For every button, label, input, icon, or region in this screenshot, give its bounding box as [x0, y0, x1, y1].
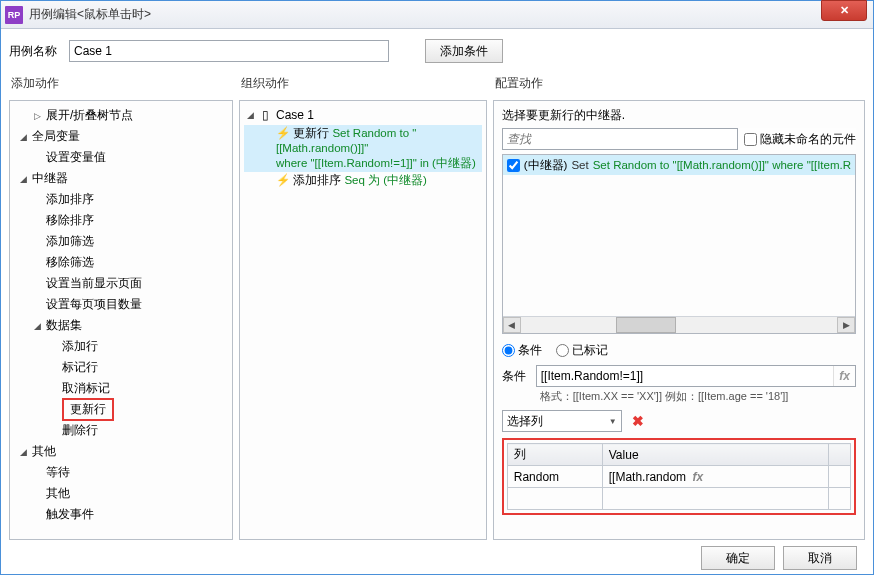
titlebar: RP 用例编辑<鼠标单击时>: [1, 1, 873, 29]
action-add-sort[interactable]: ⚡ 添加排序 Seq 为 (中继器): [244, 172, 482, 189]
tree-item[interactable]: 添加行: [10, 336, 232, 357]
case-label: Case 1: [276, 108, 314, 122]
tree-item[interactable]: 更新行: [10, 399, 232, 420]
tree-item[interactable]: 设置当前显示页面: [10, 273, 232, 294]
table-cell-column[interactable]: Random: [507, 466, 602, 488]
radio-condition[interactable]: 条件: [502, 342, 542, 359]
tree-item[interactable]: 设置变量值: [10, 147, 232, 168]
tree-item-label: 取消标记: [62, 380, 110, 397]
columns-table: 列 Value Random [[Math.random fx: [502, 438, 856, 515]
lightning-icon: ⚡: [276, 174, 290, 186]
case-name-label: 用例名称: [9, 43, 61, 60]
tree-item-label: 触发事件: [46, 506, 94, 523]
tree-twisty-icon: ◢: [16, 132, 30, 142]
tree-item[interactable]: ◢其他: [10, 441, 232, 462]
tree-item-label: 中继器: [32, 170, 68, 187]
tree-item[interactable]: ◢中继器: [10, 168, 232, 189]
repeater-item-checkbox[interactable]: [507, 159, 520, 172]
tree-item[interactable]: 取消标记: [10, 378, 232, 399]
table-header-empty: [829, 444, 851, 466]
hide-unnamed-checkbox[interactable]: 隐藏未命名的元件: [744, 131, 856, 148]
left-column-header: 添加动作: [9, 75, 233, 96]
tree-item-label: 添加筛选: [46, 233, 94, 250]
repeater-list-item[interactable]: (中继器) Set Set Random to "[[Math.random()…: [503, 155, 855, 175]
tree-twisty-icon: ◢: [16, 447, 30, 457]
radio-marked[interactable]: 已标记: [556, 342, 608, 359]
tree-item[interactable]: ▷展开/折叠树节点: [10, 105, 232, 126]
select-column-dropdown[interactable]: 选择列 ▼: [502, 410, 622, 432]
tree-item-label: 展开/折叠树节点: [46, 107, 133, 124]
actions-tree-panel: ▷展开/折叠树节点◢全局变量设置变量值◢中继器添加排序移除排序添加筛选移除筛选设…: [9, 100, 233, 540]
table-cell-value[interactable]: [[Math.random fx: [602, 466, 828, 488]
tree-item[interactable]: ◢全局变量: [10, 126, 232, 147]
scroll-left-icon[interactable]: ◀: [503, 317, 521, 333]
tree-item[interactable]: 删除行: [10, 420, 232, 441]
add-condition-button[interactable]: 添加条件: [425, 39, 503, 63]
case-actions-panel: ◢ ▯ Case 1 ⚡ 更新行 Set Random to "[[Math.r…: [239, 100, 487, 540]
tree-item-label: 标记行: [62, 359, 98, 376]
right-column-header: 配置动作: [493, 75, 865, 96]
condition-label: 条件: [502, 368, 530, 385]
table-row[interactable]: Random [[Math.random fx: [507, 466, 850, 488]
tree-item-label: 设置当前显示页面: [46, 275, 142, 292]
repeater-select-list: (中继器) Set Set Random to "[[Math.random()…: [502, 154, 856, 334]
mid-column-header: 组织动作: [239, 75, 487, 96]
fx-button[interactable]: fx: [833, 366, 855, 386]
tree-item[interactable]: 其他: [10, 483, 232, 504]
tree-item[interactable]: ◢数据集: [10, 315, 232, 336]
tree-item-label: 设置变量值: [46, 149, 106, 166]
window-title: 用例编辑<鼠标单击时>: [29, 6, 869, 23]
tree-item[interactable]: 添加筛选: [10, 231, 232, 252]
table-header-value: Value: [602, 444, 828, 466]
chevron-down-icon: ▼: [609, 417, 617, 426]
tree-item[interactable]: 添加排序: [10, 189, 232, 210]
tree-item[interactable]: 触发事件: [10, 504, 232, 525]
tree-item[interactable]: 设置每页项目数量: [10, 294, 232, 315]
tree-twisty-icon: ▷: [30, 111, 44, 121]
tree-item-label: 添加排序: [46, 191, 94, 208]
tree-item-label: 其他: [32, 443, 56, 460]
tree-twisty-icon: ◢: [16, 174, 30, 184]
fx-button[interactable]: fx: [689, 470, 703, 484]
lightning-icon: ⚡: [276, 127, 290, 139]
case-node[interactable]: ◢ ▯ Case 1: [244, 105, 482, 125]
cancel-button[interactable]: 取消: [783, 546, 857, 570]
case-name-input[interactable]: [69, 40, 389, 62]
right-section-label: 选择要更新行的中继器.: [502, 107, 856, 124]
horizontal-scrollbar[interactable]: ◀ ▶: [503, 316, 855, 333]
app-icon: RP: [5, 6, 23, 24]
search-input[interactable]: [502, 128, 738, 150]
table-header-column: 列: [507, 444, 602, 466]
tree-item-label: 更新行: [62, 398, 114, 421]
table-row[interactable]: [507, 488, 850, 510]
tree-item-label: 等待: [46, 464, 70, 481]
tree-item[interactable]: 移除排序: [10, 210, 232, 231]
tree-item[interactable]: 等待: [10, 462, 232, 483]
condition-hint: 格式：[[Item.XX == 'XX']] 例如：[[Item.age == …: [502, 389, 856, 404]
tree-item-label: 数据集: [46, 317, 82, 334]
scroll-right-icon[interactable]: ▶: [837, 317, 855, 333]
tree-item[interactable]: 标记行: [10, 357, 232, 378]
tree-item-label: 删除行: [62, 422, 98, 439]
tree-item-label: 移除筛选: [46, 254, 94, 271]
tree-item-label: 添加行: [62, 338, 98, 355]
tree-item-label: 设置每页项目数量: [46, 296, 142, 313]
ok-button[interactable]: 确定: [701, 546, 775, 570]
case-icon: ▯: [258, 108, 274, 122]
tree-twisty-icon: ◢: [30, 321, 44, 331]
tree-item-label: 全局变量: [32, 128, 80, 145]
remove-column-button[interactable]: ✖: [628, 413, 648, 429]
tree-item[interactable]: 移除筛选: [10, 252, 232, 273]
tree-item-label: 其他: [46, 485, 70, 502]
close-button[interactable]: [821, 0, 867, 21]
action-update-rows[interactable]: ⚡ 更新行 Set Random to "[[Math.random()]]" …: [244, 125, 482, 172]
condition-input[interactable]: [537, 366, 833, 386]
tree-item-label: 移除排序: [46, 212, 94, 229]
